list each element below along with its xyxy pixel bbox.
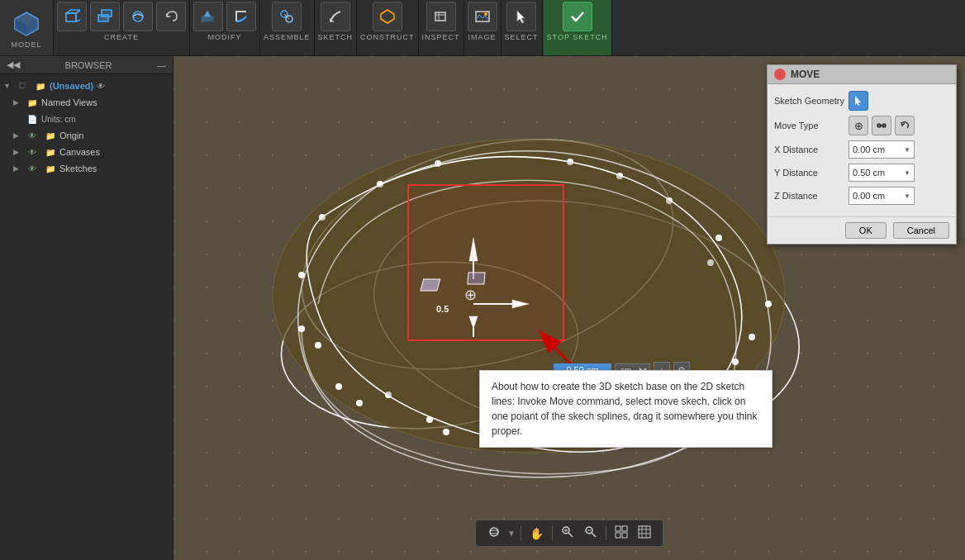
zoom-icon[interactable]: [581, 524, 601, 543]
x-distance-row: X Distance 0.00 cm ▼: [774, 140, 949, 159]
move-dialog-body: Sketch Geometry Move Type ⊕: [768, 84, 956, 216]
create-undo-icon[interactable]: [156, 2, 186, 31]
tree-arrow-origin: ▶: [13, 131, 23, 140]
x-distance-label: X Distance: [774, 145, 849, 154]
svg-point-57: [315, 342, 321, 349]
svg-point-36: [319, 214, 326, 221]
toolbar-select: SELECT: [502, 0, 543, 55]
modify-push-icon[interactable]: [193, 2, 223, 31]
move-type-control: ⊕: [849, 116, 915, 135]
svg-point-51: [715, 235, 722, 241]
tree-item-named-views[interactable]: ▶ 📁 Named Views: [0, 94, 173, 111]
browser-collapse-icon[interactable]: —: [157, 60, 166, 70]
select-icon[interactable]: [506, 2, 536, 31]
tree-item-canvases[interactable]: ▶ 👁 📁 Canvases: [0, 144, 173, 160]
image-label: IMAGE: [468, 33, 497, 41]
svg-point-23: [484, 12, 487, 16]
move-type-translate-btn[interactable]: ⊕: [849, 116, 868, 135]
tree-eye-root: 👁: [97, 82, 105, 91]
sidebar: ◀◀ BROWSER — ▼ ☐ 📁 (Unsaved) 👁 ▶ 📁 Named…: [0, 56, 174, 560]
svg-point-48: [298, 272, 305, 278]
svg-text:0.5: 0.5: [436, 304, 449, 314]
sketch-geometry-control: [849, 91, 868, 111]
z-distance-dropdown-arrow[interactable]: ▼: [904, 192, 910, 200]
z-distance-input[interactable]: 0.00 cm ▼: [849, 187, 915, 205]
modify-label: MODIFY: [208, 33, 242, 41]
tree-folder-named-views: 📁: [26, 96, 39, 109]
create-revolve-icon[interactable]: [123, 2, 153, 31]
move-type-rotate-btn[interactable]: [895, 116, 915, 135]
x-distance-dropdown-arrow[interactable]: ▼: [904, 146, 910, 154]
tree-item-sketches[interactable]: ▶ 👁 📁 Sketches: [0, 160, 173, 177]
svg-rect-87: [622, 533, 627, 538]
svg-marker-71: [855, 96, 861, 106]
tree-folder-canvases: 📁: [44, 145, 57, 159]
create-box-icon[interactable]: [57, 2, 87, 31]
model-label: MODEL: [11, 40, 41, 49]
svg-rect-66: [421, 279, 440, 291]
tree-icon-units: 📄: [26, 112, 39, 126]
tree-item-root[interactable]: ▼ ☐ 📁 (Unsaved) 👁: [0, 78, 173, 94]
y-distance-row: Y Distance 0.50 cm ▼: [774, 164, 949, 182]
svg-rect-4: [66, 13, 76, 21]
y-distance-input[interactable]: 0.50 cm ▼: [849, 164, 915, 182]
tree-label-root: (Unsaved): [50, 81, 93, 91]
svg-rect-9: [102, 10, 112, 17]
y-distance-dropdown-arrow[interactable]: ▼: [904, 169, 910, 177]
browser-tree: ▼ ☐ 📁 (Unsaved) 👁 ▶ 📁 Named Views 📄 Unit…: [0, 74, 173, 560]
create-extrude-icon[interactable]: [90, 2, 120, 31]
svg-point-37: [435, 160, 441, 167]
create-label: CREATE: [104, 33, 139, 41]
svg-text:⊕: ⊕: [464, 287, 477, 303]
grid-icon[interactable]: [635, 524, 654, 543]
move-type-row: Move Type ⊕: [774, 116, 949, 135]
orbit-dropdown[interactable]: ▼: [507, 529, 516, 538]
cancel-button[interactable]: Cancel: [893, 222, 949, 239]
sketch-icon[interactable]: [321, 2, 350, 31]
tree-eye-canvases: 👁: [26, 145, 39, 159]
viewport[interactable]: ⊕ 0.5 cm mm in: [174, 56, 965, 560]
model-section: MODEL: [0, 0, 54, 55]
display-mode-icon[interactable]: [611, 524, 631, 543]
tree-folder-sketches: 📁: [44, 162, 57, 175]
tree-item-origin[interactable]: ▶ 👁 📁 Origin: [0, 127, 173, 144]
svg-point-50: [616, 173, 623, 179]
browser-back-icon[interactable]: ◀◀: [7, 59, 20, 70]
move-dialog: MOVE Sketch Geometry Move Type: [767, 64, 957, 244]
orbit-icon[interactable]: [484, 524, 504, 543]
geometry-select-btn[interactable]: [849, 91, 868, 111]
svg-marker-14: [204, 11, 211, 17]
svg-line-82: [592, 533, 596, 537]
pan-icon[interactable]: ✋: [526, 525, 547, 542]
tree-arrow-sketches: ▶: [13, 164, 23, 173]
sep-1: [521, 526, 521, 541]
sep-2: [552, 526, 553, 541]
inspect-icon[interactable]: [426, 2, 456, 31]
ok-button[interactable]: OK: [845, 222, 887, 239]
sketch-geometry-row: Sketch Geometry: [774, 91, 949, 111]
dialog-close-button[interactable]: [774, 69, 786, 80]
construct-icon[interactable]: [373, 2, 402, 31]
y-distance-value: 0.50 cm: [853, 168, 904, 178]
modify-fillet-icon[interactable]: [226, 2, 256, 31]
z-distance-label: Z Distance: [774, 191, 849, 201]
image-icon[interactable]: [468, 2, 497, 31]
move-type-point-btn[interactable]: [872, 116, 891, 135]
bottom-toolbar: ▼ ✋: [475, 520, 663, 547]
svg-marker-6: [76, 10, 80, 21]
tree-label-named-views: Named Views: [41, 97, 97, 107]
toolbar-create: CREATE: [54, 0, 190, 55]
stop-sketch-icon[interactable]: [563, 2, 592, 31]
main-content: ◀◀ BROWSER — ▼ ☐ 📁 (Unsaved) 👁 ▶ 📁 Named…: [0, 56, 965, 560]
svg-point-56: [356, 400, 363, 406]
svg-point-47: [298, 325, 305, 332]
svg-rect-92: [639, 526, 650, 538]
stop-sketch-label: STOP SKETCH: [547, 33, 608, 41]
tree-item-units[interactable]: 📄 Units: cm: [0, 111, 173, 127]
assemble-icon[interactable]: [272, 2, 302, 31]
svg-point-41: [765, 301, 772, 307]
svg-marker-59: [469, 238, 478, 261]
svg-point-55: [443, 429, 449, 435]
x-distance-input[interactable]: 0.00 cm ▼: [849, 140, 915, 159]
zoom-fit-icon[interactable]: [558, 524, 578, 543]
